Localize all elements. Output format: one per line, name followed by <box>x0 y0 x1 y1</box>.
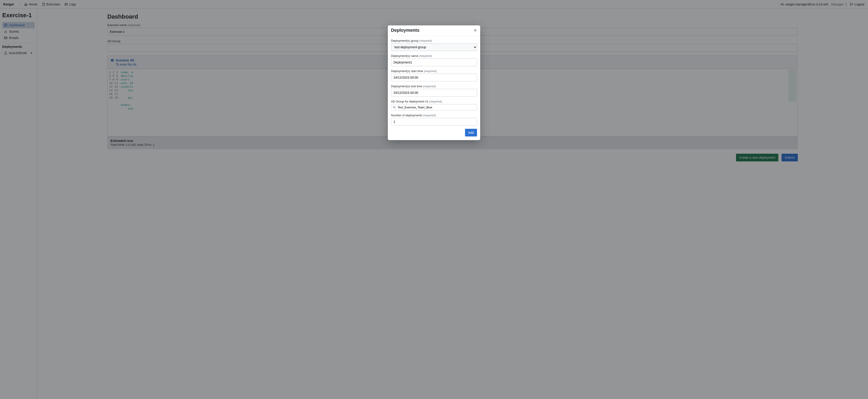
search-icon <box>393 106 396 109</box>
deployment-end-input[interactable] <box>391 89 477 96</box>
modal-overlay[interactable]: Deployments ✕ Deployment(s) group (requi… <box>0 0 868 399</box>
close-icon: ✕ <box>474 28 477 32</box>
deployment-start-input[interactable] <box>391 74 477 81</box>
deployment-count-input[interactable] <box>391 118 477 125</box>
deployment-adgroup-label: AD Group for deployment #1 (required) <box>391 100 477 103</box>
deployment-group-label: Deployment(s) group (required) <box>391 39 477 42</box>
add-button[interactable]: Add <box>465 129 477 137</box>
deployment-end-label: Deployment(s) end time (required) <box>391 85 477 88</box>
deployments-modal: Deployments ✕ Deployment(s) group (requi… <box>388 25 480 140</box>
deployment-name-label: Deployment(s) name (required) <box>391 54 477 58</box>
modal-title: Deployments <box>391 28 420 33</box>
svg-point-6 <box>393 106 395 108</box>
close-button[interactable]: ✕ <box>474 28 477 32</box>
deployment-adgroup-input[interactable] <box>391 104 477 110</box>
deployment-start-label: Deployment(s) start time (required) <box>391 69 477 73</box>
deployment-count-label: Number of deployments (required) <box>391 114 477 117</box>
deployment-name-input[interactable] <box>391 58 477 66</box>
deployment-group-select[interactable]: test-deployment-group <box>391 43 477 51</box>
